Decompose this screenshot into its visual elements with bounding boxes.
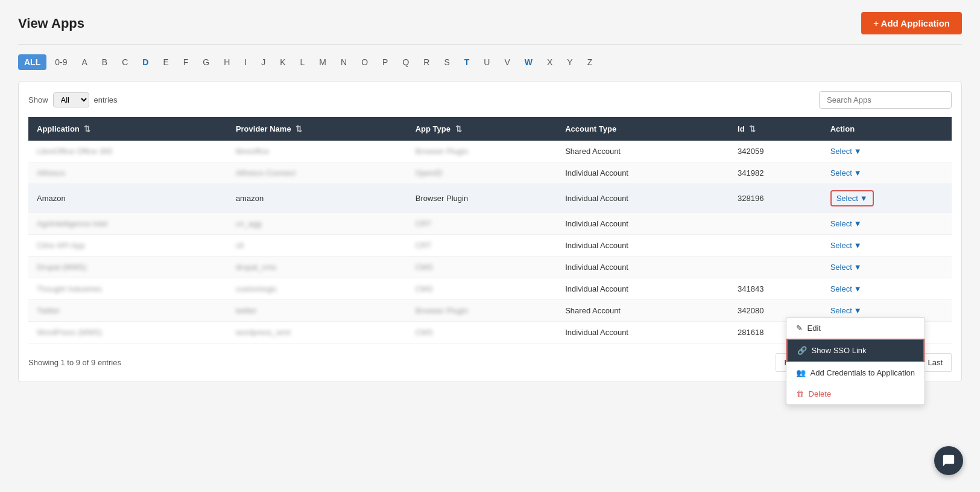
- provider-cell: libreoffice: [227, 141, 407, 162]
- table-row: Citrix API AppctlCRTIndividual AccountSe…: [28, 235, 952, 257]
- alpha-nav-item-ALL[interactable]: ALL: [18, 54, 46, 70]
- alpha-nav-item-F[interactable]: F: [177, 54, 195, 70]
- dropdown-item-delete[interactable]: 🗑Delete: [786, 383, 925, 404]
- provider-cell: twitter: [227, 300, 407, 322]
- app-cell: Drupal (WMS): [28, 257, 227, 278]
- app-cell: Twitter: [28, 300, 227, 322]
- table-row: Thought IndustriescustomlogicCMSIndividu…: [28, 278, 952, 300]
- alpha-nav-item-R[interactable]: R: [417, 54, 435, 70]
- id-cell: 341982: [729, 162, 822, 184]
- table-row: AgriIntelligence Intelcri_aggCRTIndividu…: [28, 213, 952, 235]
- add-application-button[interactable]: + Add Application: [861, 12, 962, 34]
- show-entries-control: Show All102550100 entries: [28, 92, 118, 107]
- alpha-nav-item-T[interactable]: T: [458, 54, 476, 70]
- alpha-nav-item-M[interactable]: M: [313, 54, 332, 70]
- table-header: Application ⇅Provider Name ⇅App Type ⇅Ac…: [28, 117, 952, 141]
- alpha-nav-item-K[interactable]: K: [274, 54, 291, 70]
- alpha-nav-item-N[interactable]: N: [335, 54, 353, 70]
- select-button-row-7[interactable]: Select ▼: [830, 306, 862, 315]
- table-container: Show All102550100 entries Application ⇅P…: [18, 81, 962, 382]
- provider-cell: amazon: [227, 184, 407, 213]
- alpha-nav-item-O[interactable]: O: [355, 54, 374, 70]
- account-type-cell: Shared Account: [557, 300, 729, 322]
- col-header-action[interactable]: Action: [822, 117, 952, 141]
- credentials-icon: 👥: [796, 368, 806, 377]
- alpha-nav-item-U[interactable]: U: [478, 54, 496, 70]
- alpha-nav-item-C[interactable]: C: [116, 54, 134, 70]
- entries-label: entries: [94, 95, 118, 104]
- chat-fab[interactable]: [934, 446, 963, 475]
- search-input[interactable]: [819, 91, 952, 109]
- alpha-nav-item-E[interactable]: E: [157, 54, 174, 70]
- col-header-provider-name[interactable]: Provider Name ⇅: [227, 117, 407, 141]
- alpha-nav-item-A[interactable]: A: [75, 54, 93, 70]
- app-type-cell: CMS: [407, 322, 557, 343]
- alpha-nav-item-W[interactable]: W: [519, 54, 539, 70]
- alpha-nav-item-J[interactable]: J: [255, 54, 271, 70]
- app-cell: LibreOffice Office 365: [28, 141, 227, 162]
- select-button-row-5[interactable]: Select ▼: [830, 263, 862, 272]
- select-button-row-0[interactable]: Select ▼: [830, 147, 862, 156]
- id-cell: 341843: [729, 278, 822, 300]
- alpha-nav-item-V[interactable]: V: [498, 54, 516, 70]
- page-header: View Apps + Add Application: [18, 12, 962, 45]
- alpha-nav-item-H[interactable]: H: [218, 54, 236, 70]
- action-cell: Select ▼: [822, 257, 952, 278]
- apps-table: Application ⇅Provider Name ⇅App Type ⇅Ac…: [28, 117, 952, 343]
- col-header-app-type[interactable]: App Type ⇅: [407, 117, 557, 141]
- alpha-nav-item-S[interactable]: S: [438, 54, 455, 70]
- action-dropdown: ✎Edit🔗Show SSO Link👥Add Credentials to A…: [786, 317, 925, 405]
- provider-cell: wordpress_wmt: [227, 322, 407, 343]
- dropdown-item-show-sso-link[interactable]: 🔗Show SSO Link: [786, 339, 925, 362]
- account-type-cell: Individual Account: [557, 162, 729, 184]
- app-cell: Thought Industries: [28, 278, 227, 300]
- select-button-row-1[interactable]: Select ▼: [830, 168, 862, 177]
- alpha-nav-item-Y[interactable]: Y: [561, 54, 578, 70]
- dropdown-item-add-credentials-to-application[interactable]: 👥Add Credentials to Application: [786, 362, 925, 383]
- action-cell: Select ▼: [822, 235, 952, 257]
- alpha-nav-item-L[interactable]: L: [294, 54, 311, 70]
- edit-icon: ✎: [796, 324, 803, 333]
- provider-cell: Alfresco Connect: [227, 162, 407, 184]
- select-button-row-4[interactable]: Select ▼: [830, 241, 862, 250]
- sso-icon: 🔗: [797, 346, 807, 355]
- alpha-nav-item-B[interactable]: B: [96, 54, 113, 70]
- action-cell: Select ▼: [822, 278, 952, 300]
- table-row: Drupal (WMS)drupal_cmsCMSIndividual Acco…: [28, 257, 952, 278]
- col-header-id[interactable]: Id ⇅: [729, 117, 822, 141]
- page-title: View Apps: [18, 16, 84, 31]
- alpha-nav-item-Q[interactable]: Q: [396, 54, 415, 70]
- action-cell: Select ▼: [822, 184, 952, 213]
- alpha-nav-item-X[interactable]: X: [541, 54, 558, 70]
- account-type-cell: Shared Account: [557, 141, 729, 162]
- alpha-nav-item-I[interactable]: I: [238, 54, 253, 70]
- select-button-row-2[interactable]: Select ▼: [830, 190, 874, 206]
- app-type-cell: Browser Plugin: [407, 141, 557, 162]
- entries-select[interactable]: All102550100: [53, 92, 89, 107]
- dropdown-item-label: Show SSO Link: [812, 346, 867, 355]
- dropdown-item-edit[interactable]: ✎Edit: [786, 318, 925, 339]
- alpha-nav-item-D[interactable]: D: [136, 54, 154, 70]
- select-button-row-3[interactable]: Select ▼: [830, 219, 862, 228]
- app-type-cell: OpenID: [407, 162, 557, 184]
- app-cell: Alfresco: [28, 162, 227, 184]
- alpha-nav-item-Z[interactable]: Z: [581, 54, 599, 70]
- id-cell: [729, 213, 822, 235]
- provider-cell: cri_agg: [227, 213, 407, 235]
- app-cell: Amazon: [28, 184, 227, 213]
- account-type-cell: Individual Account: [557, 322, 729, 343]
- select-button-row-6[interactable]: Select ▼: [830, 284, 862, 293]
- alpha-nav-item-G[interactable]: G: [197, 54, 215, 70]
- provider-cell: customlogic: [227, 278, 407, 300]
- app-type-cell: CMS: [407, 278, 557, 300]
- dropdown-item-label: Delete: [809, 389, 832, 398]
- col-header-application[interactable]: Application ⇅: [28, 117, 227, 141]
- id-cell: 328196: [729, 184, 822, 213]
- app-cell: AgriIntelligence Intel: [28, 213, 227, 235]
- app-type-cell: Browser Plugin: [407, 300, 557, 322]
- provider-cell: drupal_cms: [227, 257, 407, 278]
- alpha-nav-item-P[interactable]: P: [376, 54, 394, 70]
- col-header-account-type[interactable]: Account Type: [557, 117, 729, 141]
- app-type-cell: Browser Plugin: [407, 184, 557, 213]
- alpha-nav-item-0-9[interactable]: 0-9: [49, 54, 73, 70]
